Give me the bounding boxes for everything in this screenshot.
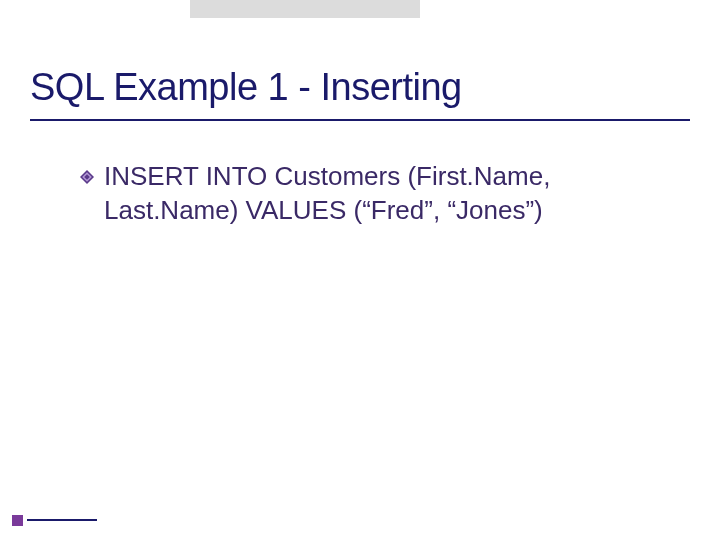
title-block: SQL Example 1 - Inserting [30,66,690,129]
body-block: INSERT INTO Customers (First.Name, Last.… [80,160,660,228]
corner-square-icon [12,515,23,526]
bullet-item: INSERT INTO Customers (First.Name, Last.… [80,160,660,228]
template-topbar [190,0,420,18]
corner-rule [27,519,97,521]
bullet-text: INSERT INTO Customers (First.Name, Last.… [104,161,550,225]
diamond-bullet-icon [80,170,94,184]
title-underline [30,119,690,121]
slide-title: SQL Example 1 - Inserting [30,66,690,109]
corner-accent [12,514,97,526]
